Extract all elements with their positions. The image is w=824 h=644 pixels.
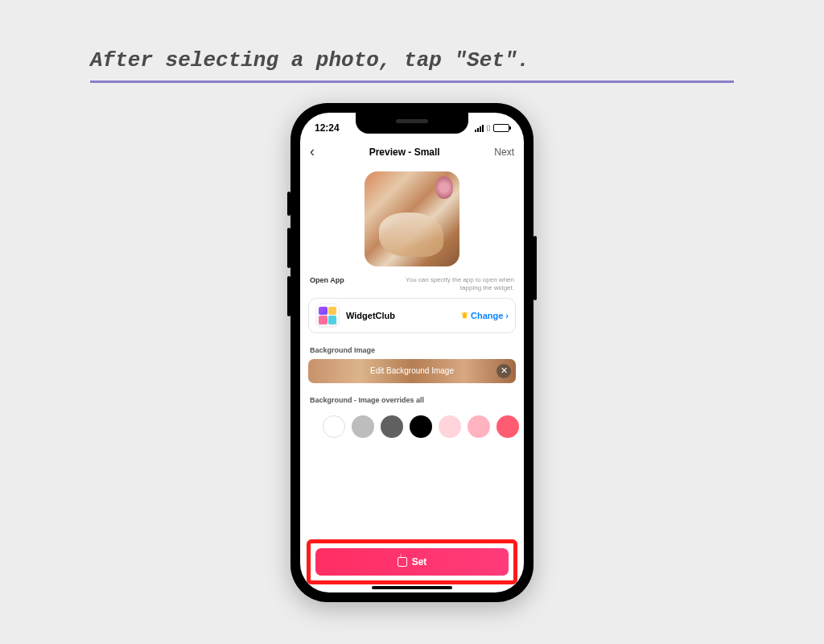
signal-icon [475, 125, 484, 132]
wifi-icon: 􀙇 [487, 123, 490, 133]
app-name: WidgetClub [346, 311, 455, 320]
heading-underline [90, 80, 734, 83]
nav-title: Preview - Small [369, 147, 440, 158]
phone-notch [356, 113, 468, 134]
phone-mockup: 12:24 􀙇 ‹ Preview - Small Next Open App … [290, 103, 534, 602]
status-time: 12:24 [315, 122, 340, 134]
next-button[interactable]: Next [494, 147, 514, 158]
home-indicator [372, 586, 452, 589]
chevron-right-icon: › [505, 311, 509, 320]
widget-preview-image [365, 171, 459, 266]
download-icon [398, 557, 407, 567]
swatch-lightgray[interactable] [352, 415, 374, 438]
bg-override-label: Background - Image overrides all [300, 383, 524, 409]
swatch-black[interactable] [410, 415, 432, 438]
swatch-pink[interactable] [468, 415, 490, 438]
open-app-card[interactable]: WidgetClub ♛ Change › [308, 298, 516, 333]
nav-bar: ‹ Preview - Small Next [300, 137, 524, 167]
app-icon [315, 303, 340, 328]
crown-icon: ♛ [461, 311, 468, 320]
open-app-hint: You can specify the app to open when tap… [393, 276, 514, 293]
swatch-darkgray[interactable] [381, 415, 403, 438]
set-button[interactable]: Set [315, 548, 509, 576]
swatch-lightpink[interactable] [439, 415, 461, 438]
back-button[interactable]: ‹ [310, 143, 315, 160]
change-button[interactable]: ♛ Change › [461, 311, 509, 320]
open-app-label: Open App [310, 276, 344, 284]
set-button-highlight: Set [307, 539, 517, 584]
swatch-white[interactable] [323, 415, 345, 438]
battery-icon [493, 124, 509, 132]
close-icon[interactable]: ✕ [496, 364, 511, 378]
swatch-red[interactable] [496, 415, 519, 438]
instruction-heading: After selecting a photo, tap "Set". [0, 0, 824, 80]
edit-bg-image-button[interactable]: Edit Background Image ✕ [308, 359, 516, 383]
bg-image-label: Background Image [300, 333, 524, 359]
color-swatches [300, 409, 524, 438]
